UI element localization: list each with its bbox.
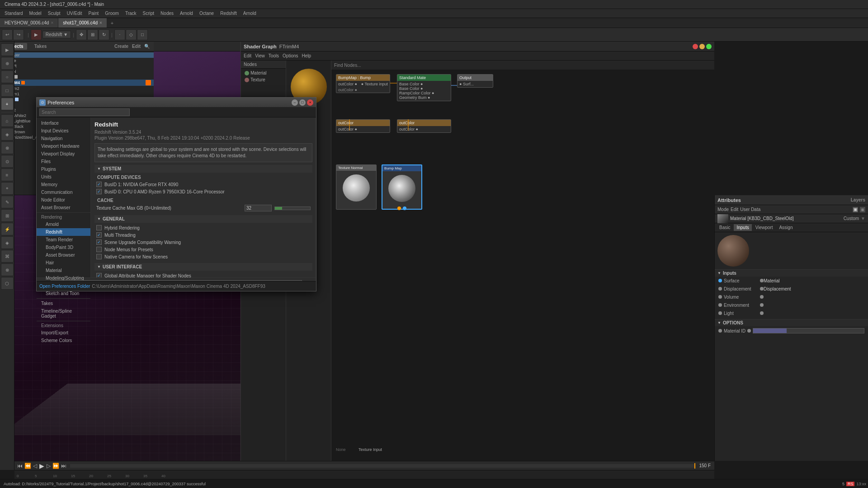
- nav-asset-browser[interactable]: Asset Browser: [37, 204, 90, 211]
- tool-10[interactable]: ⌖: [1, 182, 14, 195]
- attr-tab-icon1[interactable]: ▣: [853, 207, 858, 212]
- sg-node-lower2[interactable]: outColor outColor ●: [397, 119, 451, 133]
- prefs-system-section[interactable]: SYSTEM: [94, 165, 312, 173]
- inputs-section-header[interactable]: ▼ Inputs: [715, 270, 868, 277]
- transport-start[interactable]: ⏮: [16, 463, 24, 469]
- obj-ben[interactable]: BEN: [0, 69, 154, 74]
- obj-action-search[interactable]: 🔍: [143, 44, 151, 49]
- doc-tab-2[interactable]: shot17_0006.c4d ×: [58, 18, 107, 28]
- mode-groom[interactable]: Groom: [102, 11, 122, 16]
- tool-select[interactable]: ▶: [1, 43, 14, 56]
- sg-node-output[interactable]: Output ● Surf...: [457, 74, 493, 88]
- nav-files[interactable]: Files: [37, 158, 90, 165]
- tool-5[interactable]: ⌂: [1, 114, 14, 127]
- attr-tab-icon2[interactable]: ≡: [860, 207, 865, 212]
- nav-asset-browser2[interactable]: Asset Browser: [37, 251, 90, 259]
- mode-redshift[interactable]: Redshift: [217, 11, 240, 16]
- tool-move[interactable]: ⊕: [1, 57, 14, 70]
- transport-prev-frame[interactable]: ◁: [32, 463, 38, 469]
- nav-communication[interactable]: Communication: [37, 188, 90, 196]
- undo-btn[interactable]: ↩: [2, 29, 13, 40]
- nav-bodypaint[interactable]: BodyPaint 3D: [37, 244, 90, 251]
- prefs-ga-check[interactable]: [96, 273, 102, 277]
- transport-next[interactable]: ⏩: [52, 463, 60, 469]
- nav-memory[interactable]: Memory: [37, 181, 90, 188]
- prefs-maximize-btn[interactable]: □: [299, 99, 306, 106]
- tool-2[interactable]: ○: [1, 70, 14, 83]
- sg-node-material[interactable]: Material: [241, 70, 286, 76]
- tool-14[interactable]: ◈: [1, 236, 14, 249]
- tool-6[interactable]: ◈: [1, 128, 14, 141]
- tool-9[interactable]: ≡: [1, 169, 14, 181]
- layers-tab[interactable]: Layers: [851, 197, 865, 202]
- sg-bumpmap-node[interactable]: Bump Map: [382, 164, 422, 210]
- prefs-minimize-btn[interactable]: –: [292, 99, 298, 106]
- tool-13[interactable]: ⚡: [1, 223, 14, 235]
- mode-nodes[interactable]: Nodes: [158, 11, 176, 16]
- tool-7[interactable]: ⊗: [1, 141, 14, 154]
- sg-node-lower1[interactable]: outColor outColor ●: [336, 119, 390, 133]
- sg-node-texture[interactable]: Texture: [241, 76, 286, 83]
- sg-texnormal-node[interactable]: Texture Normal: [336, 164, 377, 210]
- edges-mode[interactable]: ◇: [126, 29, 137, 40]
- sg-node-stdmate[interactable]: Standard Mate Base Color ● Base Color ● …: [397, 74, 451, 101]
- tool-12[interactable]: ⊞: [1, 209, 14, 222]
- sg-maximize[interactable]: [706, 44, 712, 49]
- mode-octane[interactable]: Octane: [197, 11, 217, 16]
- nav-units[interactable]: Units: [37, 173, 90, 181]
- options-section-header[interactable]: ▼ OPTIONS: [715, 319, 868, 326]
- attr-tab-userdata[interactable]: User Data: [740, 207, 760, 212]
- sg-node-bumpmap[interactable]: BumpMap : Bump outColor ● ● Texture inpu…: [336, 74, 390, 93]
- prefs-compat-check[interactable]: [96, 239, 102, 245]
- nav-arnold[interactable]: Arnold: [37, 221, 90, 228]
- prefs-mt-check[interactable]: [96, 232, 102, 238]
- takes-title[interactable]: Takes: [31, 43, 51, 50]
- prefs-general-section[interactable]: GENERAL: [94, 215, 312, 223]
- tool-17[interactable]: ⬡: [1, 277, 14, 290]
- obj-ftrimm2[interactable]: FTrimm2: [0, 86, 154, 91]
- nav-plugins[interactable]: Plugins: [37, 165, 90, 173]
- nav-scheme-colors[interactable]: Scheme Colors: [37, 337, 90, 344]
- nav-timeline[interactable]: Timeline/Spline Gadget: [37, 307, 90, 320]
- sg-menu-view[interactable]: View: [255, 53, 265, 58]
- doc-tab-1[interactable]: HEYSHOW_0006.c4d ×: [0, 18, 58, 28]
- tool-8[interactable]: ⊙: [1, 155, 14, 168]
- poly-mode[interactable]: □: [137, 29, 148, 40]
- transport-play[interactable]: ▶: [38, 462, 46, 469]
- sg-menu-edit[interactable]: Edit: [244, 53, 251, 58]
- attr-tab-edit[interactable]: Edit: [731, 207, 738, 212]
- mode-model[interactable]: Model: [27, 11, 44, 16]
- obj-action-edit[interactable]: Edit: [131, 44, 142, 49]
- doc-tab-2-close[interactable]: ×: [99, 20, 102, 25]
- prefs-nc-check[interactable]: [96, 254, 102, 259]
- doc-tab-1-close[interactable]: ×: [51, 20, 53, 25]
- mode-script[interactable]: Script: [140, 11, 157, 16]
- renderer-select[interactable]: Redshift ▼: [42, 31, 71, 38]
- sg-minimize[interactable]: [699, 44, 705, 49]
- obj-ftrimm1[interactable]: FTrimm1: [0, 91, 154, 97]
- attr-dropdown-icon[interactable]: ▼: [861, 216, 865, 221]
- prefs-ui-section[interactable]: USER INTERFACE: [94, 263, 312, 271]
- transport-end[interactable]: ⏭: [60, 463, 67, 469]
- nav-interface[interactable]: Interface: [37, 119, 90, 127]
- nav-hair[interactable]: Hair: [37, 259, 90, 267]
- prefs-folder-link[interactable]: Open Preferences Folder: [39, 284, 90, 289]
- rotate-tool[interactable]: ↻: [99, 29, 109, 40]
- timeline-track[interactable]: [70, 464, 694, 468]
- sg-menu-help[interactable]: Help: [302, 53, 311, 58]
- prefs-nm-check[interactable]: [96, 247, 102, 252]
- obj-wlr[interactable]: WLR: [0, 63, 154, 69]
- tool-4[interactable]: +: [1, 98, 14, 110]
- redo-btn[interactable]: ↪: [13, 29, 24, 40]
- mode-standard[interactable]: Standard: [2, 11, 26, 16]
- obj-ftrimm4[interactable]: FTrimM4: [0, 80, 154, 86]
- tool-15[interactable]: ⌘: [1, 250, 14, 263]
- prefs-device-2-check[interactable]: [96, 189, 102, 194]
- attr-tab-mode[interactable]: Mode: [717, 207, 729, 212]
- mat-id-slider[interactable]: [753, 328, 864, 333]
- nav-redshift[interactable]: Redshift: [37, 228, 90, 236]
- nav-viewport-display[interactable]: Viewport Display: [37, 150, 90, 158]
- prefs-cache-track[interactable]: [274, 206, 311, 210]
- prefs-search-input[interactable]: [39, 108, 130, 116]
- mode-sculpt[interactable]: Sculpt: [45, 11, 63, 16]
